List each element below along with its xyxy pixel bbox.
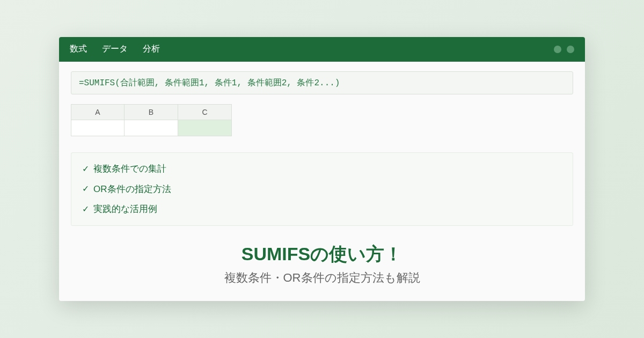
feature-list: ✓ 複数条件での集計 ✓ OR条件の指定方法 ✓ 実践的な活用例 <box>71 152 573 226</box>
page-subtitle: 複数条件・OR条件の指定方法も解説 <box>71 270 573 286</box>
feature-text: 複数条件での集計 <box>93 163 166 175</box>
cell-c1-selected[interactable] <box>178 120 232 136</box>
column-header-b[interactable]: B <box>125 104 178 120</box>
column-headers: A B C <box>71 104 573 120</box>
column-header-c[interactable]: C <box>178 104 232 120</box>
menu-bar: 数式 データ 分析 <box>70 43 160 55</box>
menu-item-formula[interactable]: 数式 <box>70 43 87 55</box>
content-area: =SUMIFS(合計範囲, 条件範囲1, 条件1, 条件範囲2, 条件2...)… <box>59 62 585 301</box>
cell-a1[interactable] <box>71 120 125 136</box>
app-window: 数式 データ 分析 =SUMIFS(合計範囲, 条件範囲1, 条件1, 条件範囲… <box>59 37 585 301</box>
sheet-row <box>71 120 573 136</box>
window-control-dot[interactable] <box>567 46 574 53</box>
feature-item: ✓ 実践的な活用例 <box>82 203 562 216</box>
window-controls <box>554 46 574 53</box>
feature-text: OR条件の指定方法 <box>93 183 171 196</box>
title-block: SUMIFSの使い方！ 複数条件・OR条件の指定方法も解説 <box>71 242 573 286</box>
check-icon: ✓ <box>82 183 89 195</box>
check-icon: ✓ <box>82 163 89 175</box>
menu-item-analysis[interactable]: 分析 <box>143 43 160 55</box>
feature-item: ✓ OR条件の指定方法 <box>82 183 562 196</box>
formula-bar[interactable]: =SUMIFS(合計範囲, 条件範囲1, 条件1, 条件範囲2, 条件2...) <box>71 71 573 94</box>
spreadsheet: A B C <box>71 104 573 136</box>
page-title: SUMIFSの使い方！ <box>71 242 573 267</box>
feature-item: ✓ 複数条件での集計 <box>82 163 562 175</box>
menu-item-data[interactable]: データ <box>102 43 128 55</box>
cell-b1[interactable] <box>125 120 178 136</box>
check-icon: ✓ <box>82 203 89 215</box>
titlebar: 数式 データ 分析 <box>59 37 585 62</box>
column-header-a[interactable]: A <box>71 104 125 120</box>
window-control-dot[interactable] <box>554 46 561 53</box>
feature-text: 実践的な活用例 <box>93 203 157 216</box>
